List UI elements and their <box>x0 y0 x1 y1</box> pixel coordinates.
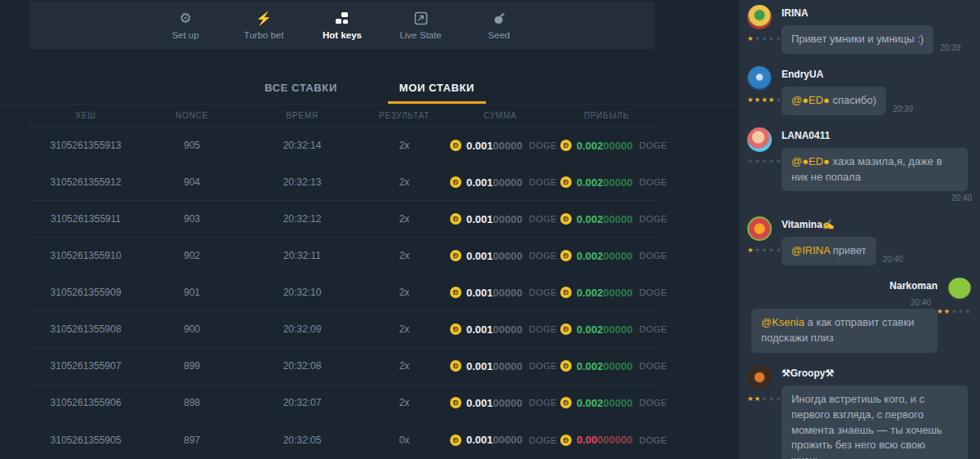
toolbar-item-turbo-bet[interactable]: ⚡ Turbo bet <box>237 11 291 40</box>
bet-nonce: 900 <box>143 323 241 335</box>
chat-bubble: Иногда встретишь кого, и с первого взгля… <box>782 385 968 459</box>
bet-result: 0x <box>363 434 445 446</box>
mention-link[interactable]: @●ED● <box>791 94 830 106</box>
bet-nonce: 901 <box>143 287 241 298</box>
currency-label: DOGE <box>639 177 667 187</box>
chat-user-side: ★★★★★ <box>747 127 775 205</box>
chat-username[interactable]: Vitamina✍ <box>782 219 972 230</box>
bet-time: 20:32:14 <box>241 140 363 151</box>
currency-label: DOGE <box>639 287 667 297</box>
doge-coin-icon: Đ <box>450 250 461 261</box>
col-header-sum: СУММА <box>445 111 555 120</box>
bet-hash: 3105261355905 <box>29 434 143 446</box>
toolbar-item-setup[interactable]: ⚙ Set up <box>158 11 212 40</box>
bet-result: 2x <box>363 140 445 151</box>
bet-hash: 3105261355906 <box>29 397 143 408</box>
tab-all-bets[interactable]: ВСЕ СТАВКИ <box>253 75 349 104</box>
avatar[interactable] <box>747 216 772 241</box>
col-header-nonce: NONCE <box>143 111 241 120</box>
toolbar-item-live-state[interactable]: Live State <box>394 11 448 40</box>
app-root: ⚙ Set up ⚡ Turbo bet Hot keys <box>0 0 980 459</box>
bet-nonce: 902 <box>143 250 241 261</box>
table-row[interactable]: 3105261355906 898 20:32:07 2x Đ 0.001000… <box>29 385 657 421</box>
doge-coin-icon: Đ <box>560 287 572 298</box>
currency-label: DOGE <box>639 398 667 408</box>
bet-nonce: 905 <box>143 140 241 151</box>
toolbar-item-seed[interactable]: Seed <box>472 11 526 40</box>
col-header-hash: ХЕШ <box>29 111 143 120</box>
bet-profit: Đ 0.00200000 DOGE <box>555 213 657 225</box>
chat-message: ★★★★★ EndryUA @●ED● спасибо) 20:39 <box>747 66 972 115</box>
table-row[interactable]: 3105261355913 905 20:32:14 2x Đ 0.001000… <box>29 127 657 164</box>
bet-profit-amount: 0.00200000 <box>577 140 633 152</box>
currency-label: DOGE <box>529 177 557 187</box>
avatar[interactable] <box>747 127 772 152</box>
livestate-icon <box>414 11 428 26</box>
table-row[interactable]: 3105261355907 899 20:32:08 2x Đ 0.001000… <box>29 348 657 385</box>
bet-nonce: 903 <box>143 213 241 225</box>
doge-coin-icon: Đ <box>450 213 461 225</box>
mention-link[interactable]: @IRINA <box>791 244 830 256</box>
chat-username[interactable]: LANA0411 <box>782 130 972 141</box>
doge-coin-icon: Đ <box>450 323 461 335</box>
bet-hash: 3105261355907 <box>29 360 143 372</box>
bet-hash: 3105261355911 <box>29 213 143 225</box>
chat-username[interactable]: Narkoman <box>747 280 938 292</box>
table-row[interactable]: 3105261355911 903 20:32:12 2x Đ 0.001000… <box>29 201 657 238</box>
bet-time: 20:32:08 <box>241 360 363 372</box>
chat-text: Привет умники и умницы :) <box>791 33 924 45</box>
bet-profit: Đ 0.00200000 DOGE <box>555 360 657 372</box>
chat-username[interactable]: EndryUA <box>782 69 972 80</box>
toolbar-label: Live State <box>399 30 441 40</box>
bet-profit-amount: 0.00200000 <box>577 397 633 409</box>
hotkeys-icon <box>335 11 350 26</box>
bet-sum-amount: 0.00100000 <box>466 323 523 336</box>
chat-bubble: @●ED● хаха мазила,я, даже в ник не попал… <box>782 148 968 192</box>
table-row[interactable]: 3105261355908 900 20:32:09 2x Đ 0.001000… <box>29 311 657 348</box>
currency-label: DOGE <box>639 251 667 261</box>
chat-message-body: Narkoman @Ksenia а как отправит ставки п… <box>747 278 944 353</box>
table-row[interactable]: 3105261355910 902 20:32:11 2x Đ 0.001000… <box>29 238 657 274</box>
chat-message-body: ⚒Groopy⚒ Иногда встретишь кого, и с перв… <box>775 365 972 459</box>
bet-profit-amount: 0.00200000 <box>577 287 633 299</box>
game-toolbar: ⚙ Set up ⚡ Turbo bet Hot keys <box>29 2 655 49</box>
bet-result: 2x <box>363 213 445 225</box>
bet-sum: Đ 0.00100000 DOGE <box>445 287 555 299</box>
avatar[interactable] <box>747 66 772 91</box>
table-row[interactable]: 3105261355905 897 20:32:05 0x Đ 0.001000… <box>29 421 657 458</box>
table-row[interactable]: 3105261355909 901 20:32:10 2x Đ 0.001000… <box>29 274 657 311</box>
bet-profit: Đ 0.00200000 DOGE <box>555 176 657 189</box>
chat-bubble-row: Иногда встретишь кого, и с первого взгля… <box>782 385 972 459</box>
avatar[interactable] <box>947 278 972 302</box>
tab-my-bets[interactable]: МОИ СТАВКИ <box>388 75 486 104</box>
bet-time: 20:32:05 <box>241 434 363 446</box>
currency-label: DOGE <box>639 361 667 371</box>
chat-timestamp: 20:40 <box>911 298 931 307</box>
col-header-time: ВРЕМЯ <box>241 111 363 120</box>
bets-table-body: 3105261355913 905 20:32:14 2x Đ 0.001000… <box>29 127 657 458</box>
currency-label: DOGE <box>639 324 667 334</box>
avatar[interactable] <box>747 365 772 390</box>
bet-hash: 3105261355913 <box>29 140 143 151</box>
bet-time: 20:32:12 <box>241 213 363 225</box>
doge-coin-icon: Đ <box>560 250 572 261</box>
chat-username[interactable]: ⚒Groopy⚒ <box>782 368 972 379</box>
avatar[interactable] <box>747 5 772 29</box>
mention-link[interactable]: @●ED● <box>791 155 830 167</box>
bet-profit: Đ 0.00200000 DOGE <box>555 287 657 299</box>
bets-table-header: ХЕШ NONCE ВРЕМЯ РЕЗУЛЬТАТ СУММА ПРИБЫЛЬ <box>29 105 657 127</box>
bet-sum-amount: 0.00100000 <box>466 213 523 225</box>
bet-result: 2x <box>363 323 445 335</box>
chat-username[interactable]: IRINA <box>782 7 972 19</box>
currency-label: DOGE <box>529 324 557 334</box>
col-header-profit: ПРИБЫЛЬ <box>555 111 657 120</box>
chat-message: ★★★★★ Vitamina✍ @IRINA привет 20:40 <box>747 216 972 265</box>
chat-message-body: Vitamina✍ @IRINA привет 20:40 <box>775 216 972 265</box>
chat-user-side: ★★★★★ <box>747 5 775 54</box>
toolbar-item-hot-keys[interactable]: Hot keys <box>315 11 369 40</box>
table-row[interactable]: 3105261355912 904 20:32:13 2x Đ 0.001000… <box>29 164 657 201</box>
chat-text: спасибо) <box>830 94 876 106</box>
bet-hash: 3105261355912 <box>29 176 143 188</box>
mention-link[interactable]: @Ksenia <box>761 316 804 328</box>
bet-hash: 3105261355909 <box>29 287 143 298</box>
